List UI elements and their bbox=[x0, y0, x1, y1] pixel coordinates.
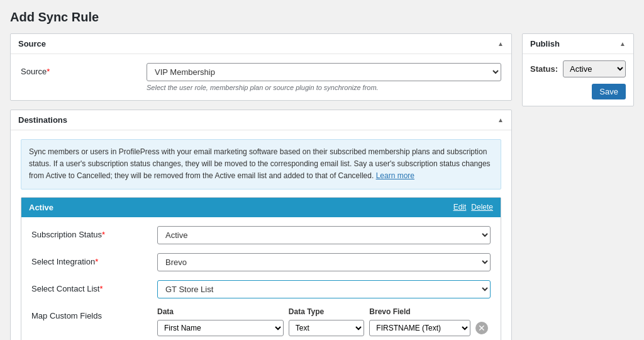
publish-status-row: Status: Active Inactive bbox=[530, 60, 626, 77]
contact-list-wrap: GT Store List Newsletter List bbox=[157, 280, 491, 298]
map-fields-header: Data Data Type Brevo Field bbox=[157, 307, 491, 316]
publish-collapse-icon[interactable]: ▲ bbox=[619, 40, 626, 47]
source-card-body: Source* VIP Membership Basic Membership … bbox=[11, 54, 511, 100]
source-label: Source* bbox=[21, 63, 147, 76]
destinations-card-title: Destinations bbox=[18, 115, 67, 125]
active-destination-block: Active Edit Delete Subscription Status* bbox=[21, 197, 501, 340]
page-title: Add Sync Rule bbox=[10, 10, 634, 25]
source-card-title: Source bbox=[18, 39, 46, 48]
source-collapse-icon[interactable]: ▲ bbox=[497, 40, 504, 47]
map-brevo-select-1[interactable]: FIRSTNAME (Text) LASTNAME (Text) EMAIL (… bbox=[369, 320, 470, 336]
publish-status-select[interactable]: Active Inactive bbox=[563, 60, 626, 77]
delete-destination-btn[interactable]: Delete bbox=[471, 203, 493, 212]
destination-block-title: Active bbox=[29, 203, 53, 212]
contact-list-select[interactable]: GT Store List Newsletter List bbox=[157, 280, 491, 298]
source-form-row: Source* VIP Membership Basic Membership … bbox=[21, 63, 501, 91]
map-data-col-1: First Name Last Name Email Phone bbox=[157, 320, 284, 336]
source-card: Source ▲ Source* VIP Membership Basic Me… bbox=[10, 33, 512, 101]
map-header-data: Data bbox=[157, 307, 284, 316]
destinations-card: Destinations ▲ Sync members or users in … bbox=[10, 110, 512, 340]
map-fields-label: Map Custom Fields bbox=[31, 307, 157, 320]
subscription-status-row: Subscription Status* Active Cancelled Ex… bbox=[31, 226, 491, 244]
publish-panel: Publish ▲ Status: Active Inactive Save bbox=[522, 33, 634, 106]
destinations-info-box: Sync members or users in ProfilePress wi… bbox=[21, 139, 501, 190]
map-remove-btn-1[interactable]: ✕ bbox=[475, 322, 488, 334]
subscription-status-wrap: Active Cancelled Expired bbox=[157, 226, 491, 244]
map-type-select-1[interactable]: Text Number Date bbox=[289, 320, 365, 336]
map-data-select-1[interactable]: First Name Last Name Email Phone bbox=[157, 320, 284, 336]
map-fields-table: Data Data Type Brevo Field bbox=[157, 307, 491, 340]
source-card-header: Source ▲ bbox=[11, 34, 511, 54]
publish-card: Publish ▲ Status: Active Inactive Save bbox=[522, 33, 634, 106]
contact-list-label: Select Contact List* bbox=[31, 280, 157, 293]
contact-list-row: Select Contact List* GT Store List Newsl… bbox=[31, 280, 491, 298]
integration-select[interactable]: Brevo Mailchimp ActiveCampaign bbox=[157, 253, 491, 271]
save-button[interactable]: Save bbox=[592, 84, 626, 99]
destinations-card-header: Destinations ▲ bbox=[11, 110, 511, 130]
destination-block-body: Subscription Status* Active Cancelled Ex… bbox=[21, 217, 501, 340]
integration-row: Select Integration* Brevo Mailchimp Acti… bbox=[31, 253, 491, 271]
publish-status-label: Status: bbox=[530, 64, 558, 74]
source-select[interactable]: VIP Membership Basic Membership Premium … bbox=[147, 63, 501, 81]
map-remove-col-1: ✕ bbox=[475, 322, 491, 334]
destinations-card-body: Sync members or users in ProfilePress wi… bbox=[11, 130, 511, 340]
subscription-status-select[interactable]: Active Cancelled Expired bbox=[157, 226, 491, 244]
map-field-row-1: First Name Last Name Email Phone bbox=[157, 320, 491, 336]
publish-card-title: Publish bbox=[530, 39, 560, 48]
publish-card-header: Publish ▲ bbox=[523, 34, 633, 54]
destinations-collapse-icon[interactable]: ▲ bbox=[497, 116, 504, 123]
map-header-remove bbox=[475, 307, 491, 316]
map-field-col-1: FIRSTNAME (Text) LASTNAME (Text) EMAIL (… bbox=[369, 320, 470, 336]
map-fields-row: Map Custom Fields Data Data Type Brevo F… bbox=[31, 307, 491, 340]
integration-wrap: Brevo Mailchimp ActiveCampaign bbox=[157, 253, 491, 271]
map-header-field: Brevo Field bbox=[369, 307, 470, 316]
map-header-type: Data Type bbox=[289, 307, 365, 316]
map-fields-wrap: Data Data Type Brevo Field bbox=[157, 307, 491, 340]
destinations-info-text: Sync members or users in ProfilePress wi… bbox=[29, 147, 491, 180]
source-control-wrap: VIP Membership Basic Membership Premium … bbox=[147, 63, 501, 91]
publish-card-body: Status: Active Inactive Save bbox=[523, 54, 633, 106]
map-type-col-1: Text Number Date bbox=[289, 320, 365, 336]
destination-block-actions: Edit Delete bbox=[453, 203, 493, 212]
edit-destination-btn[interactable]: Edit bbox=[453, 203, 467, 212]
source-hint: Select the user role, membership plan or… bbox=[147, 84, 501, 91]
learn-more-link[interactable]: Learn more bbox=[376, 171, 414, 180]
integration-label: Select Integration* bbox=[31, 253, 157, 266]
subscription-status-label: Subscription Status* bbox=[31, 226, 157, 239]
destination-block-header: Active Edit Delete bbox=[21, 198, 501, 217]
